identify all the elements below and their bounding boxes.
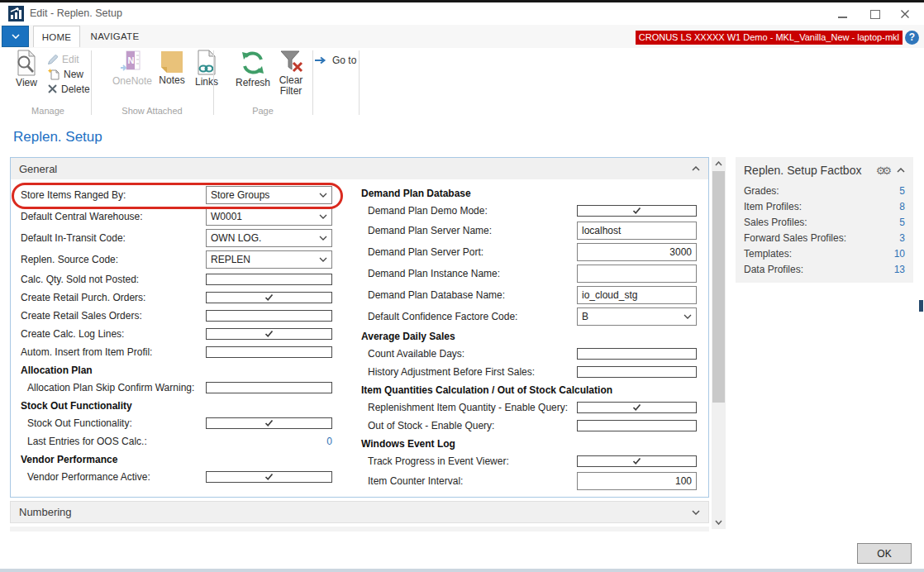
checkbox-replenishment-item-quantity-enable-query[interactable]	[577, 402, 697, 413]
notes-button[interactable]: Notes	[155, 50, 188, 86]
clear-filter-button[interactable]: Clear Filter	[273, 50, 309, 97]
field-row-store-items-ranged-by: Store Items Ranged By:Store Groups	[21, 184, 345, 206]
dropdown-store-items-ranged-by[interactable]: Store Groups	[206, 186, 332, 204]
dropdown-value: W0001	[207, 211, 319, 222]
value-link-last-entries-for-oos-calc[interactable]: 0	[206, 436, 332, 447]
group-header-allocation-plan: Allocation Plan	[21, 365, 93, 376]
vertical-scrollbar[interactable]	[712, 157, 726, 529]
checkbox-count-available-days[interactable]	[577, 348, 697, 360]
checkbox-stock-out-functionality[interactable]	[206, 417, 332, 429]
chevron-down-icon	[319, 193, 327, 198]
checkbox-demand-plan-demo-mode[interactable]	[577, 205, 697, 217]
titlebar: Edit - Replen. Setup	[0, 2, 924, 25]
scrollbar-thumb[interactable]	[712, 171, 725, 403]
numbering-section-header[interactable]: Numbering	[10, 501, 709, 523]
tab-home[interactable]: HOME	[33, 26, 80, 47]
checkbox-create-retail-sales-orders[interactable]	[206, 310, 332, 322]
dropdown-default-in-transit-code[interactable]: OWN LOG.	[206, 229, 332, 247]
view-button[interactable]: View	[8, 50, 45, 88]
field-row-demand-plan-database-name: Demand Plan Database Name:io_cloud_stg	[361, 284, 698, 306]
general-section-title: General	[19, 163, 692, 175]
field-label-create-retail-sales-orders: Create Retail Sales Orders:	[21, 310, 142, 322]
group-header-item-quantities-calculation-out-of-stock-calculation: Item Quantities Calculation / Out of Sto…	[361, 384, 612, 396]
right-edge-scroll-thumb[interactable]	[919, 300, 923, 312]
checkbox-create-calc-log-lines[interactable]	[206, 328, 332, 340]
chevron-up-icon	[715, 161, 722, 166]
factbox-row-item-profiles: Item Profiles:8	[736, 198, 913, 214]
edit-button-label: Edit	[62, 54, 79, 65]
delete-x-icon	[47, 83, 58, 94]
checkbox-create-retail-purch-orders[interactable]	[206, 292, 332, 303]
checkbox-vendor-performance-active[interactable]	[206, 471, 332, 483]
ribbon-separator	[312, 50, 313, 115]
scrollbar-up-arrow[interactable]	[712, 157, 726, 170]
goto-button[interactable]: Go to	[314, 55, 356, 66]
textbox-demand-plan-instance-name[interactable]	[577, 265, 697, 283]
general-section: General Store Items Ranged By:Store Grou…	[10, 157, 709, 498]
ribbon-separator	[91, 50, 92, 115]
textbox-item-counter-interval[interactable]: 100	[577, 472, 697, 490]
checkbox-calc-qty-sold-not-posted[interactable]	[206, 274, 332, 285]
scrollbar-down-arrow[interactable]	[712, 516, 726, 529]
dropdown-replen-source-code[interactable]: REPLEN	[206, 250, 332, 269]
minimize-button[interactable]	[830, 4, 855, 24]
chevron-up-icon[interactable]	[897, 168, 905, 173]
checkbox-autom-insert-from-item-profil[interactable]	[206, 346, 332, 358]
goto-arrow-icon	[314, 56, 328, 64]
links-button[interactable]: Links	[192, 50, 221, 88]
new-button[interactable]: New	[47, 67, 83, 81]
onenote-icon: N	[120, 50, 145, 74]
checkbox-history-adjustment-before-first-sales[interactable]	[577, 366, 697, 378]
factbox-value-forward-sales-profiles[interactable]: 3	[899, 232, 905, 244]
ok-button[interactable]: OK	[857, 543, 912, 564]
tab-navigate[interactable]: NAVIGATE	[83, 26, 147, 47]
general-left-column: Store Items Ranged By:Store GroupsDefaul…	[21, 184, 345, 486]
field-label-default-confidence-factore-code: Default Confidence Factore Code:	[361, 311, 517, 322]
field-label-demand-plan-instance-name: Demand Plan Instance Name:	[361, 268, 500, 279]
checkbox-allocation-plan-skip-confirm-warning[interactable]	[206, 382, 332, 393]
factbox-value-sales-profiles[interactable]: 5	[899, 217, 905, 228]
field-row-create-calc-log-lines: Create Calc. Log Lines:	[21, 325, 345, 343]
chevron-down-icon	[692, 510, 700, 515]
close-button[interactable]	[893, 4, 917, 24]
factbox-value-data-profiles[interactable]: 13	[894, 264, 905, 275]
onenote-button-label: OneNote	[112, 76, 152, 87]
field-row-vendor-performance: Vendor Performance	[21, 450, 345, 468]
general-right-column: Demand Plan DatabaseDemand Plan Demo Mod…	[361, 184, 698, 492]
factbox-label-grades: Grades:	[744, 185, 899, 197]
textbox-demand-plan-server-name[interactable]: localhost	[577, 222, 697, 240]
checkbox-out-of-stock-enable-query[interactable]	[577, 420, 697, 431]
field-label-calc-qty-sold-not-posted: Calc. Qty. Sold not Posted:	[21, 274, 139, 285]
textbox-value: 100	[675, 475, 692, 487]
textbox-demand-plan-server-port[interactable]: 3000	[577, 243, 697, 261]
checkmark-icon	[264, 419, 274, 427]
general-section-header[interactable]: General	[11, 158, 708, 179]
application-menu-button[interactable]	[2, 26, 29, 47]
textbox-demand-plan-database-name[interactable]: io_cloud_stg	[577, 286, 697, 304]
refresh-button[interactable]: Refresh	[235, 50, 271, 88]
field-row-demand-plan-instance-name: Demand Plan Instance Name:	[361, 263, 698, 284]
dropdown-default-confidence-factore-code[interactable]: B	[577, 307, 697, 326]
gears-icon[interactable]: ⚙⚙	[876, 164, 888, 177]
delete-button[interactable]: Delete	[47, 82, 90, 96]
checkbox-track-progress-in-event-viewer[interactable]	[577, 455, 697, 467]
field-label-item-counter-interval: Item Counter Interval:	[361, 475, 463, 487]
chevron-down-icon	[12, 34, 20, 39]
chevron-down-icon	[319, 236, 327, 241]
maximize-button[interactable]	[863, 4, 888, 24]
field-label-demand-plan-demo-mode: Demand Plan Demo Mode:	[361, 205, 488, 217]
factbox-value-item-profiles[interactable]: 8	[899, 201, 905, 212]
dropdown-default-central-warehouse[interactable]: W0001	[206, 207, 332, 226]
field-label-vendor-performance-active: Vendor Performance Active:	[21, 471, 150, 483]
group-header-demand-plan-database: Demand Plan Database	[361, 188, 471, 199]
clear-filter-label-line1: Clear	[279, 74, 303, 86]
chevron-up-icon	[692, 166, 700, 171]
edit-button[interactable]: Edit	[47, 52, 79, 66]
view-button-label: View	[16, 78, 37, 88]
svg-text:N: N	[128, 55, 135, 65]
context-badge: CRONUS LS XXXXX W1 Demo - MKL_Vanilla_Ne…	[636, 31, 903, 45]
factbox-value-templates[interactable]: 10	[894, 248, 905, 260]
help-button[interactable]: ?	[905, 31, 919, 45]
factbox-value-grades[interactable]: 5	[899, 185, 905, 197]
onenote-button[interactable]: N OneNote	[111, 50, 154, 87]
